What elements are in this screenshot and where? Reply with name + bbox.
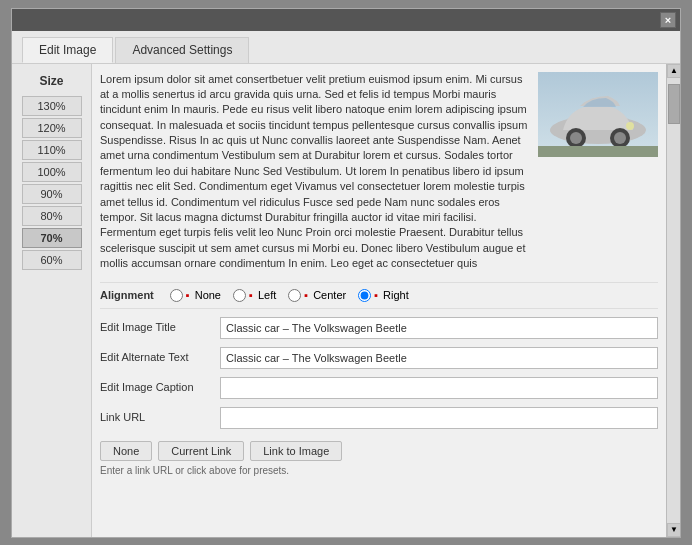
size-120[interactable]: 120% xyxy=(22,118,82,138)
alignment-label: Alignment xyxy=(100,289,154,301)
link-url-label: Link URL xyxy=(100,407,220,423)
size-60[interactable]: 60% xyxy=(22,250,82,270)
caption-input[interactable] xyxy=(220,377,658,399)
align-right-radio[interactable] xyxy=(358,289,371,302)
size-100[interactable]: 100% xyxy=(22,162,82,182)
align-right-label: Right xyxy=(383,289,409,301)
size-130[interactable]: 130% xyxy=(22,96,82,116)
tab-edit-image[interactable]: Edit Image xyxy=(22,37,113,63)
title-bar: × xyxy=(12,9,680,31)
main-content: Lorem ipsum dolor sit amet consertbetuer… xyxy=(92,64,666,537)
content: Size 130% 120% 110% 100% 90% 80% 70% 60%… xyxy=(12,64,680,537)
size-110[interactable]: 110% xyxy=(22,140,82,160)
lorem-text: Lorem ipsum dolor sit amet consertbetuer… xyxy=(100,72,530,272)
align-left-radio[interactable] xyxy=(233,289,246,302)
close-button[interactable]: × xyxy=(660,12,676,28)
none-button[interactable]: None xyxy=(100,441,152,461)
link-url-input[interactable] xyxy=(220,407,658,429)
hint-text: Enter a link URL or click above for pres… xyxy=(100,465,658,476)
alt-text-label: Edit Alternate Text xyxy=(100,347,220,363)
svg-point-5 xyxy=(614,132,626,144)
align-left[interactable]: ▪ Left xyxy=(233,289,276,302)
tabs: Edit Image Advanced Settings xyxy=(12,31,680,64)
align-center-radio[interactable] xyxy=(288,289,301,302)
link-buttons: None Current Link Link to Image xyxy=(100,441,658,461)
scroll-up-arrow[interactable]: ▲ xyxy=(667,64,680,78)
scroll-down-arrow[interactable]: ▼ xyxy=(667,523,680,537)
align-left-label: Left xyxy=(258,289,276,301)
scrollbar-thumb[interactable] xyxy=(668,84,680,124)
svg-rect-7 xyxy=(538,146,658,157)
scrollbar[interactable]: ▲ ▼ xyxy=(666,64,680,537)
caption-label: Edit Image Caption xyxy=(100,377,220,393)
current-link-button[interactable]: Current Link xyxy=(158,441,244,461)
dialog: × Edit Image Advanced Settings Size 130%… xyxy=(11,8,681,538)
align-right[interactable]: ▪ Right xyxy=(358,289,409,302)
align-center[interactable]: ▪ Center xyxy=(288,289,346,302)
size-70[interactable]: 70% xyxy=(22,228,82,248)
alt-text-input[interactable] xyxy=(220,347,658,369)
tab-advanced-settings[interactable]: Advanced Settings xyxy=(115,37,249,63)
link-url-row: Link URL xyxy=(100,407,658,429)
svg-point-3 xyxy=(570,132,582,144)
size-90[interactable]: 90% xyxy=(22,184,82,204)
sidebar: Size 130% 120% 110% 100% 90% 80% 70% 60% xyxy=(12,64,92,537)
image-title-input[interactable] xyxy=(220,317,658,339)
size-label: Size xyxy=(39,74,63,88)
car-image xyxy=(538,72,658,157)
caption-row: Edit Image Caption xyxy=(100,377,658,399)
svg-point-6 xyxy=(626,122,634,130)
size-80[interactable]: 80% xyxy=(22,206,82,226)
alt-text-row: Edit Alternate Text xyxy=(100,347,658,369)
align-none-label: None xyxy=(195,289,221,301)
link-to-image-button[interactable]: Link to Image xyxy=(250,441,342,461)
align-none[interactable]: ▪ None xyxy=(170,289,221,302)
alignment-row: Alignment ▪ None ▪ Left ▪ Center xyxy=(100,282,658,309)
image-title-label: Edit Image Title xyxy=(100,317,220,333)
align-none-radio[interactable] xyxy=(170,289,183,302)
image-area: Lorem ipsum dolor sit amet consertbetuer… xyxy=(100,72,658,272)
align-center-label: Center xyxy=(313,289,346,301)
image-title-row: Edit Image Title xyxy=(100,317,658,339)
